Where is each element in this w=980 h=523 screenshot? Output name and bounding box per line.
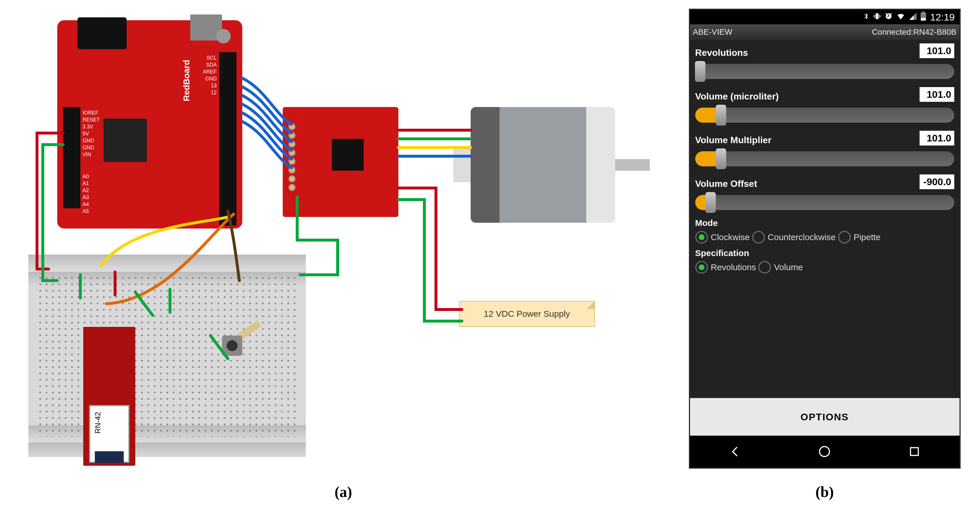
- app-body: Revolutions 101.0 Volume (microliter) 10…: [690, 40, 959, 398]
- status-bar: 12:19: [690, 10, 959, 24]
- pushbutton-icon: [222, 336, 242, 356]
- slider-track[interactable]: [695, 151, 954, 166]
- pin-a2: A2: [83, 187, 89, 193]
- app-name: ABE-VIEW: [693, 27, 733, 37]
- radio-pipette[interactable]: Pipette: [838, 231, 881, 244]
- phone-frame: 12:19 ABE-VIEW Connected:RN42-B80B Revol…: [689, 9, 961, 469]
- radio-title: Mode: [695, 218, 954, 228]
- pin-scl: SCL: [207, 55, 216, 61]
- pin-sda: SDA: [206, 62, 216, 68]
- slider-track[interactable]: [695, 195, 954, 210]
- mcu-chip-icon: [103, 119, 147, 162]
- status-time: 12:19: [930, 11, 955, 23]
- driver-chip-icon: [332, 139, 364, 171]
- circuit-diagram: RedBoard SCL SDA AREF GND 13 12 IOREF RE…: [20, 9, 667, 472]
- caption-a: (a): [20, 483, 667, 501]
- alarm-icon: [884, 12, 893, 22]
- slider-thumb[interactable]: [716, 105, 726, 126]
- radio-title: Specification: [695, 248, 954, 258]
- android-nav-bar: [690, 435, 959, 467]
- slider-track[interactable]: [695, 108, 954, 123]
- slider-value[interactable]: 101.0: [920, 43, 954, 58]
- battery-icon: [920, 11, 926, 23]
- stepper-driver-board: [283, 107, 398, 217]
- radio-revolutions[interactable]: Revolutions: [695, 261, 756, 274]
- slider-revolutions: Revolutions 101.0: [695, 43, 954, 79]
- slider-thumb[interactable]: [716, 148, 726, 169]
- radio-label: Volume: [774, 262, 803, 272]
- radio-dot-icon: [838, 231, 851, 244]
- svg-point-0: [819, 446, 830, 457]
- signal-icon: [908, 12, 917, 22]
- pin-gnd-l2: GND: [83, 145, 94, 151]
- wifi-icon: [896, 12, 906, 22]
- pin-gnd-r: GND: [205, 76, 217, 82]
- pin-a1: A1: [83, 180, 89, 187]
- bluetooth-icon: [862, 11, 870, 23]
- slider-value[interactable]: -900.0: [920, 174, 954, 189]
- power-supply-label: 12 VDC Power Supply: [459, 301, 595, 327]
- stepper-motor: [471, 90, 650, 234]
- pin-a5: A5: [83, 208, 89, 214]
- right-pin-header: [219, 52, 237, 226]
- radio-label: Pipette: [854, 232, 881, 242]
- slider-volume-multiplier: Volume Multiplier 101.0: [695, 131, 954, 166]
- circuit-figure: RedBoard SCL SDA AREF GND 13 12 IOREF RE…: [20, 9, 667, 501]
- nav-recent-icon[interactable]: [908, 445, 921, 458]
- nav-back-icon[interactable]: [728, 445, 741, 458]
- radio-dot-icon: [695, 231, 708, 244]
- app-header: ABE-VIEW Connected:RN42-B80B: [690, 24, 959, 40]
- slider-label: Volume Offset: [695, 179, 757, 189]
- pin-a0: A0: [83, 174, 89, 180]
- radio-clockwise[interactable]: Clockwise: [695, 231, 750, 244]
- radio-counterclockwise[interactable]: Counterclockwise: [752, 231, 836, 244]
- pin-reset: RESET: [83, 117, 100, 123]
- power-supply-text: 12 VDC Power Supply: [484, 309, 570, 319]
- options-button[interactable]: OPTIONS: [690, 398, 959, 435]
- barrel-jack-icon: [78, 18, 127, 49]
- pin-5v: 5V: [83, 131, 89, 137]
- bt-module-label: RN-42: [93, 412, 102, 434]
- options-label: OPTIONS: [800, 411, 849, 423]
- radio-volume[interactable]: Volume: [758, 261, 803, 274]
- connection-status: Connected:RN42-B80B: [872, 27, 956, 37]
- pin-ioref: IOREF: [83, 110, 99, 116]
- radio-label: Counterclockwise: [768, 232, 836, 242]
- slider-thumb[interactable]: [695, 61, 705, 82]
- nav-home-icon[interactable]: [818, 445, 831, 458]
- bluetooth-module: RN-42: [83, 327, 135, 466]
- slider-label: Volume Multiplier: [695, 135, 772, 145]
- pin-a4: A4: [83, 201, 89, 207]
- slider-label: Revolutions: [695, 48, 748, 58]
- pin-d13: 13: [211, 83, 216, 89]
- radio-dot-icon: [758, 261, 771, 274]
- slider-thumb[interactable]: [705, 192, 716, 213]
- pin-gnd-l: GND: [83, 138, 94, 144]
- radio-dot-icon: [752, 231, 765, 244]
- breadboard: [28, 255, 306, 457]
- left-pin-header: [63, 107, 80, 208]
- pin-3v3: 3.3V: [83, 124, 93, 130]
- slider-volume-microliter-: Volume (microliter) 101.0: [695, 87, 954, 123]
- slider-value[interactable]: 101.0: [920, 131, 954, 145]
- pin-vin: VIN: [83, 151, 91, 158]
- caption-b: (b): [689, 483, 961, 501]
- radio-dot-icon: [695, 261, 708, 274]
- radio-specification: Specification Revolutions Volume: [695, 248, 954, 274]
- svg-rect-1: [911, 448, 918, 456]
- redboard-arduino: RedBoard SCL SDA AREF GND 13 12 IOREF RE…: [57, 20, 242, 228]
- pin-a3: A3: [83, 195, 89, 201]
- pin-aref: AREF: [203, 69, 216, 75]
- phone-figure: 12:19 ABE-VIEW Connected:RN42-B80B Revol…: [689, 9, 961, 501]
- reset-button-icon: [216, 29, 231, 43]
- driver-pin-column: [288, 121, 296, 193]
- radio-label: Revolutions: [711, 262, 756, 272]
- radio-mode: Mode Clockwise Counterclockwise Pipette: [695, 218, 954, 244]
- slider-value[interactable]: 101.0: [920, 87, 954, 102]
- slider-track[interactable]: [695, 64, 954, 79]
- radio-label: Clockwise: [711, 232, 750, 242]
- pin-d12: 12: [211, 90, 216, 96]
- slider-label: Volume (microliter): [695, 91, 779, 102]
- slider-volume-offset: Volume Offset -900.0: [695, 174, 954, 210]
- motor-shaft-icon: [615, 159, 650, 171]
